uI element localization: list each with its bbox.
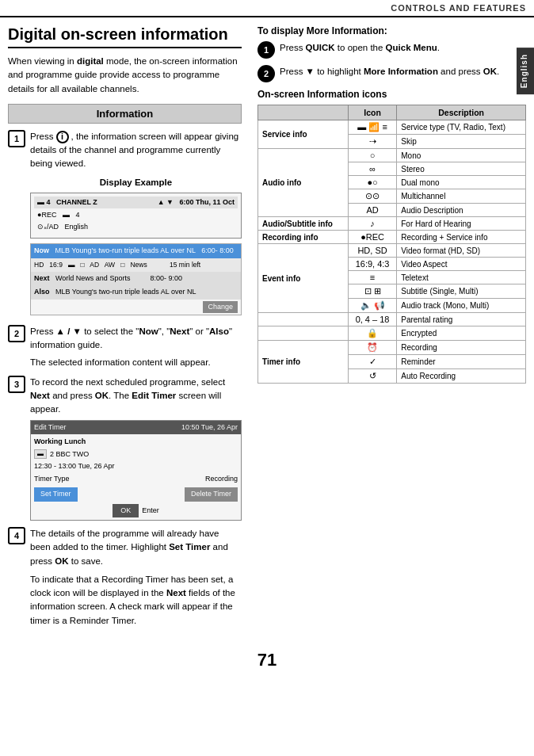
right-step-2-num: 2 [257, 65, 275, 82]
et-ok-button[interactable]: OK [113, 504, 139, 518]
et-channel-icon: ▬ [34, 449, 47, 459]
step-2-content: Press ▲ / ▼ to select the "Now", "Next" … [30, 325, 242, 369]
rec-label: ●REC ▬ 4 [37, 210, 79, 221]
table-row: Recording info ●REC Recording + Service … [258, 231, 526, 244]
et-enter-label: Enter [142, 504, 159, 518]
step-4: 4 The details of the programme will alre… [8, 527, 242, 628]
service-info-icon-2: ⇢ [348, 135, 396, 149]
event-info-desc-5: Audio track (Mono, Multi) [397, 299, 526, 313]
delete-timer-button[interactable]: Delete Timer [185, 487, 238, 502]
et-programme-name: Working Lunch [34, 437, 238, 448]
event-info-icon-5: 🔈 📢 [348, 299, 396, 313]
et-channel-row: ▬ 2 BBC TWO [34, 449, 238, 460]
channel-rec-row: ●REC ▬ 4 [37, 210, 235, 221]
edit-timer-header: Edit Timer 10:50 Tue, 26 Apr [31, 421, 241, 435]
set-timer-button[interactable]: Set Timer [34, 487, 78, 502]
et-channel-name: BBC TWO [56, 449, 90, 460]
et-time: 12:30 - 13:00 Tue, 26 Apr [34, 461, 115, 472]
right-step-2-content: Press ▼ to highlight More Information an… [280, 65, 526, 78]
encrypted-icon: 🔒 [348, 326, 396, 341]
encrypted-label [258, 326, 349, 341]
encrypted-desc: Encrypted [397, 326, 526, 341]
audio-subtitle-desc: For Hard of Hearing [397, 217, 526, 231]
service-info-desc-1: Service type (TV, Radio, Text) [397, 120, 526, 135]
audio-info-desc-3: Dual mono [397, 176, 526, 189]
parental-rating-label [258, 313, 349, 326]
recording-info-desc: Recording + Service info [397, 231, 526, 244]
parental-rating-icon: 0, 4 – 18 [348, 313, 396, 326]
timer-info-icon-3: ↺ [348, 369, 396, 384]
step-3-content: To record the next scheduled programme, … [30, 376, 242, 521]
et-timer-type-value: Recording [205, 474, 238, 485]
page-number: 71 [0, 650, 534, 678]
programme-now-box: Now MLB Young's two-run triple leads AL … [30, 243, 242, 315]
parental-rating-desc: Parental rating [397, 313, 526, 326]
display-more-title: To display More Information: [257, 25, 526, 36]
et-timer-type-label: Timer Type [34, 474, 70, 485]
step-2: 2 Press ▲ / ▼ to select the "Now", "Next… [8, 325, 242, 369]
edit-timer-box: Edit Timer 10:50 Tue, 26 Apr Working Lun… [30, 420, 242, 521]
audio-info-desc-2: Stereo [397, 162, 526, 176]
right-column: To display More Information: 1 Press QUI… [254, 25, 526, 634]
channel-num: ▬ 4 CHANNEL Z [37, 197, 97, 208]
step-4-extra: To indicate that a Recording Timer has b… [30, 573, 242, 628]
info-icons-table: Icon Description Service info ▬ 📶 ≡ Serv… [257, 105, 526, 384]
event-info-label: Event info [258, 244, 349, 313]
timer-info-desc-1: Recording [397, 341, 526, 355]
prog-next-row: Next World News and Sports 8:00- 9:00 [31, 272, 241, 286]
event-info-desc-4: Subtitle (Single, Multi) [397, 284, 526, 299]
step-3: 3 To record the next scheduled programme… [8, 376, 242, 521]
audio-info-desc-4: Multichannel [397, 189, 526, 204]
display-example-label: Display Example [30, 176, 242, 189]
timer-info-label: Timer info [258, 341, 349, 384]
step-4-number: 4 [8, 527, 25, 544]
channel-top-bar: ▬ 4 CHANNEL Z ▲ ▼ 6:00 Thu, 11 Oct [34, 197, 238, 209]
audio-info-icon-3: ●○ [348, 176, 396, 189]
lang-label: ⊙ₓ/AD English [37, 222, 88, 233]
channel-body: ●REC ▬ 4 ⊙ₓ/AD English [34, 208, 238, 235]
prog-info-row: HD 16:9 ▬ □ AD AW □ News 15 min left [31, 258, 241, 272]
right-step-1: 1 Press QUICK to open the Quick Menu. [257, 41, 526, 59]
edit-timer-date: 10:50 Tue, 26 Apr [181, 422, 238, 433]
page-title: Digital on-screen information [8, 25, 242, 48]
right-step-1-num: 1 [257, 41, 275, 59]
top-bar: CONTROLS AND FEATURES [0, 0, 534, 17]
service-info-desc-2: Skip [397, 135, 526, 149]
prog-now-header: Now MLB Young's two-run triple leads AL … [31, 244, 241, 258]
et-time-row: 12:30 - 13:00 Tue, 26 Apr [34, 461, 238, 472]
table-row: Audio/Subtitle info ♪ For Hard of Hearin… [258, 217, 526, 231]
et-ok-row: OK Enter [34, 504, 238, 518]
timer-info-desc-2: Reminder [397, 355, 526, 369]
right-step-1-content: Press QUICK to open the Quick Menu. [280, 41, 526, 55]
left-column: Digital on-screen information When viewi… [8, 25, 254, 634]
et-buttons-row: Set Timer Delete Timer [34, 487, 238, 502]
event-info-desc-3: Teletext [397, 271, 526, 284]
change-button[interactable]: Change [203, 301, 238, 314]
audio-subtitle-icon: ♪ [348, 217, 396, 231]
page-section-title: CONTROLS AND FEATURES [391, 3, 526, 13]
information-header: Information [8, 104, 242, 124]
audio-info-desc-1: Mono [397, 149, 526, 162]
step-1-content: Press i, the information screen will app… [30, 130, 242, 319]
intro-text: When viewing in digital mode, the on-scr… [8, 55, 242, 96]
table-header-label [258, 105, 349, 120]
audio-info-label: Audio info [258, 149, 349, 217]
prog-also-row: Also MLB Young's two-run triple leads AL… [31, 285, 241, 300]
channel-lang-row: ⊙ₓ/AD English [37, 222, 235, 233]
table-header-description: Description [397, 105, 526, 120]
step-1: 1 Press i, the information screen will a… [8, 130, 242, 319]
service-info-icon-1: ▬ 📶 ≡ [348, 120, 396, 135]
audio-info-icon-5: AD [348, 204, 396, 217]
edit-timer-body: Working Lunch ▬ 2 BBC TWO 12:30 - 13:00 … [31, 434, 241, 520]
change-button-area: Change [31, 300, 241, 315]
icons-section-title: On-screen Information icons [257, 89, 526, 100]
audio-info-icon-4: ⊙⊙ [348, 189, 396, 204]
edit-timer-label: Edit Timer [34, 422, 67, 433]
recording-info-icon: ●REC [348, 231, 396, 244]
audio-info-desc-5: Audio Description [397, 204, 526, 217]
table-row: Event info HD, SD Video format (HD, SD) [258, 244, 526, 258]
step-3-number: 3 [8, 376, 25, 393]
step-4-content: The details of the programme will alread… [30, 527, 242, 628]
language-tab: English [517, 48, 534, 94]
event-info-desc-1: Video format (HD, SD) [397, 244, 526, 258]
